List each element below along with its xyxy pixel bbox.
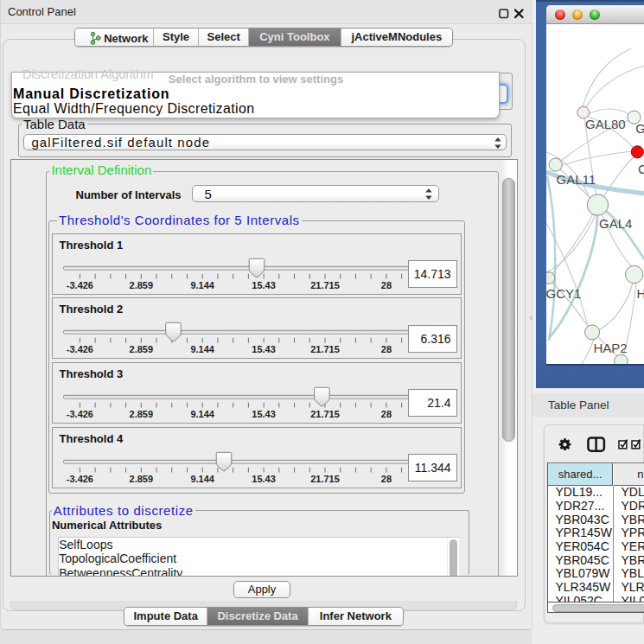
svg-text:9.144: 9.144 (190, 473, 214, 483)
svg-text:28: 28 (381, 409, 392, 419)
svg-text:H: H (636, 286, 644, 301)
svg-text:15.43: 15.43 (252, 344, 276, 354)
svg-text:GAL80: GAL80 (585, 117, 626, 131)
svg-text:21.715: 21.715 (310, 409, 340, 419)
svg-text:C: C (638, 162, 644, 176)
svg-text:21.715: 21.715 (310, 344, 340, 354)
svg-text:-3.426: -3.426 (67, 279, 93, 290)
svg-text:15.43: 15.43 (252, 473, 276, 483)
svg-text:15.43: 15.43 (252, 409, 276, 419)
svg-text:2.859: 2.859 (130, 344, 154, 354)
svg-text:9.144: 9.144 (190, 344, 214, 354)
svg-text:-3.426: -3.426 (67, 344, 93, 354)
svg-text:2.859: 2.859 (130, 473, 154, 483)
svg-text:GAL4: GAL4 (599, 216, 632, 231)
svg-text:28: 28 (381, 279, 392, 290)
svg-text:GAL11: GAL11 (556, 172, 596, 187)
svg-text:28: 28 (381, 344, 392, 354)
svg-text:GCY1: GCY1 (546, 286, 581, 301)
svg-text:21.715: 21.715 (310, 279, 340, 290)
svg-text:-3.426: -3.426 (67, 409, 93, 419)
svg-text:28: 28 (381, 473, 392, 483)
svg-text:HAP2: HAP2 (593, 341, 627, 355)
svg-text:15.43: 15.43 (252, 279, 276, 290)
svg-text:9.144: 9.144 (190, 279, 214, 290)
svg-text:-3.426: -3.426 (67, 473, 93, 483)
svg-text:21.715: 21.715 (310, 473, 340, 483)
svg-text:G.: G. (635, 121, 644, 136)
svg-text:2.859: 2.859 (130, 409, 154, 419)
svg-text:2.859: 2.859 (130, 279, 154, 290)
svg-text:9.144: 9.144 (190, 409, 214, 419)
